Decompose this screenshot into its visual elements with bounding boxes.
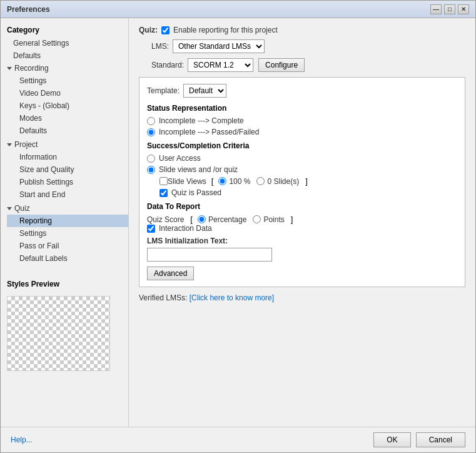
slide-views-slides-label: 0 Slide(s) [267,177,299,186]
minimize-button[interactable]: — [430,4,442,14]
sidebar-item-label: Defaults [13,51,41,60]
sidebar-item-start-end[interactable]: Start and End [7,188,128,201]
success-radio1-label: User Access [159,154,201,163]
label: Size and Quality [19,165,74,174]
category-label: Category [1,23,128,37]
template-select[interactable]: Default [183,84,226,98]
sidebar-group-recording-header[interactable]: Recording [1,62,128,74]
slide-views-row: Slide Views [ 100 % 0 Slide(s) ] [160,176,457,186]
quiz-score-row: Quiz Score [ Percentage Points ] [147,215,457,224]
lms-init-label: LMS Initialization Text: [147,237,453,245]
title-bar-buttons: — □ ✕ [430,4,469,14]
recording-children: Settings Video Demo Keys - (Global) Mode… [1,74,128,137]
score-pct-radio[interactable] [198,215,206,223]
standard-row: Standard: SCORM 1.2 SCORM 2004 Configure [151,58,465,72]
sidebar-item-defaults-recording[interactable]: Defaults [7,125,128,137]
standard-select[interactable]: SCORM 1.2 SCORM 2004 [188,58,253,72]
title-bar: Preferences — □ ✕ [1,1,475,18]
sidebar-item-general-settings[interactable]: General Settings [1,37,128,49]
verified-lms-link[interactable]: [Click here to know more] [190,293,274,302]
success-radio1[interactable] [147,155,155,163]
maximize-button[interactable]: □ [444,4,455,14]
lms-row: LMS: Other Standard LMSs SCORM 1.2 SCORM… [151,39,465,53]
advanced-row: Advanced [147,267,457,280]
success-title: Success/Completion Criteria [147,141,457,150]
advanced-button[interactable]: Advanced [147,267,194,280]
quiz-children: Reporting Settings Pass or Fail Default … [1,215,128,265]
quiz-passed-row: Quiz is Passed [160,188,457,197]
lms-select[interactable]: Other Standard LMSs SCORM 1.2 SCORM 2004… [173,39,265,53]
expand-icon [7,143,12,146]
sidebar-item-settings[interactable]: Settings [7,74,128,87]
label: Information [19,153,57,161]
score-bracket-close: ] [291,215,293,224]
sidebar-group-project: Project Information Size and Quality Pub… [1,138,128,201]
slideviews-pct-radio[interactable] [218,177,226,185]
status-radio2-row: Incomplete ---> Passed/Failed [147,128,457,136]
cancel-button[interactable]: Cancel [416,432,465,447]
sidebar-item-modes[interactable]: Modes [7,112,128,125]
sidebar-group-label: Recording [14,64,49,73]
slideviews-slides-radio[interactable] [256,177,265,185]
label: Defaults [19,126,47,135]
bracket-close: ] [305,176,308,186]
enable-reporting-checkbox[interactable] [161,26,170,34]
label: Publish Settings [19,178,73,186]
slide-views-checkbox[interactable] [160,177,168,185]
sidebar: Category General Settings Defaults Recor… [1,18,129,427]
preferences-dialog: Preferences — □ ✕ Category General Setti… [0,0,476,453]
footer: Help... OK Cancel [1,427,475,452]
label: Start and End [19,190,65,199]
help-link[interactable]: Help... [11,435,33,444]
interaction-data-row: Interaction Data [147,224,457,233]
status-radio1[interactable] [147,117,155,125]
success-radio2[interactable] [147,166,155,174]
close-button[interactable]: ✕ [458,4,469,14]
sidebar-item-size-quality[interactable]: Size and Quality [7,163,128,176]
label: Default Labels [19,254,68,263]
template-row: Template: Default [147,84,457,98]
expand-icon [7,67,12,70]
status-radio2[interactable] [147,128,155,136]
interaction-data-checkbox[interactable] [147,225,155,233]
sidebar-item-label: General Settings [13,39,69,48]
sidebar-item-defaults-top[interactable]: Defaults [1,49,128,62]
main-panel: Quiz: Enable reporting for this project … [129,18,475,427]
label: Reporting [19,216,52,225]
configure-button[interactable]: Configure [258,58,305,72]
status-rep-title: Status Representation [147,104,457,113]
sidebar-item-pass-fail[interactable]: Pass or Fail [7,240,128,252]
data-to-report-title: Data To Report [147,202,457,211]
lms-init-section: LMS Initialization Text: [147,237,457,262]
status-radio1-label: Incomplete ---> Complete [159,116,244,125]
sidebar-group-project-header[interactable]: Project [1,138,128,151]
score-bracket-open: [ [190,215,193,224]
sidebar-item-publish-settings[interactable]: Publish Settings [7,176,128,188]
quiz-label: Quiz: [139,26,158,34]
sidebar-item-video-demo[interactable]: Video Demo [7,87,128,99]
slide-views-pct-label: 100 % [229,177,250,186]
sidebar-item-default-labels[interactable]: Default Labels [7,252,128,265]
quiz-settings-box: Template: Default Status Representation … [139,77,465,287]
label: Settings [19,76,46,85]
slide-views-label: Slide Views [168,177,206,186]
sidebar-group-quiz-header[interactable]: Quiz [1,202,128,215]
success-radio2-row: Slide views and /or quiz [147,165,457,174]
sidebar-item-reporting[interactable]: Reporting [7,215,128,227]
sidebar-item-information[interactable]: Information [7,151,128,163]
quiz-passed-checkbox[interactable] [160,189,168,197]
styles-preview-box [7,296,110,371]
success-radio1-row: User Access [147,154,457,163]
sidebar-item-keys-global[interactable]: Keys - (Global) [7,99,128,112]
sidebar-group-label: Quiz [14,204,30,213]
points-label: Points [263,215,284,224]
sidebar-item-quiz-settings[interactable]: Settings [7,227,128,240]
ok-button[interactable]: OK [373,432,410,447]
lms-init-input[interactable] [147,248,272,262]
styles-preview-label: Styles Preview [1,275,128,293]
score-pts-radio[interactable] [253,215,261,223]
enable-reporting-row: Quiz: Enable reporting for this project [139,26,465,34]
quiz-score-label: Quiz Score [147,215,184,224]
success-radio2-label: Slide views and /or quiz [159,165,238,174]
dialog-content: Category General Settings Defaults Recor… [1,18,475,427]
